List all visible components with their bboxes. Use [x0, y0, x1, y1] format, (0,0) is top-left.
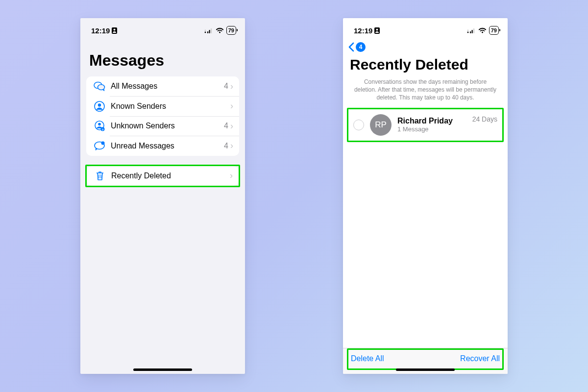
- back-badge[interactable]: 4: [356, 42, 366, 52]
- battery-indicator: 79: [489, 26, 499, 35]
- svg-rect-6: [211, 28, 212, 33]
- conversation-name: Richard Priday: [397, 117, 472, 125]
- cellular-signal-icon: [467, 27, 476, 33]
- status-bar: 12:19 79: [80, 18, 245, 38]
- messages-filters-screen: 12:19 79 Messages All Messages 4 ›: [80, 18, 245, 374]
- status-time-group: 12:19: [354, 26, 380, 35]
- chevron-right-icon: ›: [230, 81, 233, 92]
- svg-point-20: [467, 30, 468, 31]
- svg-point-10: [98, 103, 101, 106]
- chevron-right-icon: ›: [230, 141, 233, 151]
- chevron-right-icon: ›: [230, 121, 233, 131]
- filter-known-senders[interactable]: Known Senders ›: [86, 97, 239, 116]
- select-radio[interactable]: [353, 120, 364, 130]
- conversation-meta: 1 Message: [397, 125, 472, 133]
- known-sender-icon: [93, 101, 106, 112]
- svg-text:?: ?: [102, 128, 104, 131]
- unknown-sender-icon: ?: [93, 121, 106, 131]
- recently-deleted-screen: 12:19 79 4 Recently Deleted Conversation…: [343, 18, 508, 374]
- focus-contact-icon: [374, 27, 380, 34]
- recover-all-button[interactable]: Recover All: [460, 354, 500, 363]
- svg-point-2: [204, 32, 206, 33]
- clock-time: 12:19: [91, 26, 110, 35]
- status-time-group: 12:19: [91, 26, 117, 35]
- svg-point-16: [101, 141, 105, 145]
- conversation-row[interactable]: RP Richard Priday 1 Message 24 Days: [348, 109, 502, 141]
- page-subtitle: Conversations show the days remaining be…: [343, 76, 508, 108]
- home-indicator[interactable]: [396, 368, 455, 371]
- svg-point-18: [376, 28, 378, 30]
- nav-bar: 4: [343, 38, 508, 54]
- cellular-signal-icon: [204, 27, 213, 33]
- chevron-right-icon: ›: [230, 171, 233, 181]
- svg-rect-22: [471, 30, 472, 33]
- svg-point-19: [467, 32, 468, 33]
- avatar: RP: [370, 114, 392, 136]
- unread-badge-icon: [93, 141, 106, 151]
- messages-bubble-icon: [93, 81, 106, 91]
- status-bar: 12:19 79: [343, 18, 508, 38]
- back-button[interactable]: [348, 42, 355, 52]
- highlight-recently-deleted: Recently Deleted ›: [85, 165, 240, 187]
- chevron-right-icon: ›: [230, 101, 233, 111]
- clock-time: 12:19: [354, 26, 372, 35]
- wifi-icon: [478, 27, 487, 33]
- filter-count: 4: [224, 82, 228, 91]
- wifi-icon: [216, 27, 224, 33]
- trash-icon: [94, 171, 106, 181]
- filter-label: Unknown Senders: [111, 122, 224, 130]
- filter-all-messages[interactable]: All Messages 4 ›: [86, 76, 239, 96]
- filters-list: All Messages 4 › Known Senders › ? Unkno…: [86, 76, 239, 156]
- filter-label: Unread Messages: [111, 142, 224, 150]
- delete-all-button[interactable]: Delete All: [351, 354, 384, 363]
- svg-point-8: [98, 85, 105, 90]
- svg-point-12: [98, 123, 101, 126]
- svg-rect-21: [470, 31, 471, 33]
- svg-point-1: [114, 28, 116, 30]
- filter-unknown-senders[interactable]: ? Unknown Senders 4 ›: [86, 116, 239, 136]
- filter-count: 4: [224, 122, 228, 130]
- page-title: Messages: [80, 38, 245, 74]
- svg-rect-4: [207, 31, 208, 33]
- status-indicators: 79: [467, 26, 499, 35]
- filter-count: 4: [224, 142, 228, 150]
- recently-deleted-row[interactable]: Recently Deleted ›: [87, 166, 239, 186]
- page-title: Recently Deleted: [343, 54, 508, 76]
- recently-deleted-label: Recently Deleted: [111, 172, 230, 180]
- filter-unread-messages[interactable]: Unread Messages 4 ›: [86, 136, 239, 156]
- svg-rect-23: [473, 28, 474, 33]
- svg-rect-5: [209, 30, 210, 33]
- highlight-conversation: RP Richard Priday 1 Message 24 Days: [347, 108, 504, 142]
- battery-indicator: 79: [226, 26, 236, 35]
- home-indicator[interactable]: [133, 368, 192, 371]
- days-remaining: 24 Days: [472, 115, 497, 123]
- conversation-main: Richard Priday 1 Message: [397, 117, 472, 133]
- focus-contact-icon: [112, 27, 117, 34]
- status-indicators: 79: [204, 26, 236, 35]
- svg-point-3: [204, 30, 206, 31]
- filter-label: All Messages: [111, 82, 224, 91]
- filter-label: Known Senders: [111, 102, 228, 111]
